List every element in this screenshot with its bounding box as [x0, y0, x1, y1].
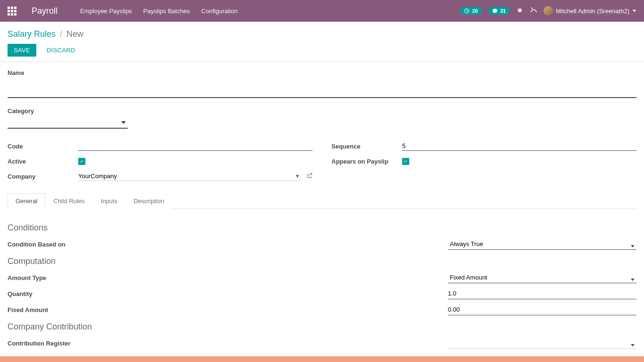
fixed-amount-label: Fixed Amount [8, 306, 48, 313]
right-column: Sequence Appears on Payslip [331, 140, 636, 185]
company-input[interactable] [78, 173, 293, 180]
bottom-bar [0, 356, 644, 362]
chat-icon [492, 8, 498, 14]
sequence-field: Sequence [331, 140, 636, 152]
quantity-label: Quantity [8, 290, 33, 297]
amount-type-select[interactable] [448, 272, 636, 283]
active-checkbox[interactable] [78, 158, 85, 165]
save-button[interactable]: Save [8, 44, 36, 57]
section-conditions: Conditions [8, 223, 636, 233]
condition-based-on-select[interactable] [448, 239, 636, 250]
category-label: Category [8, 107, 636, 115]
form-sheet: Name Category Code Active Company [0, 62, 644, 362]
tab-inputs[interactable]: Inputs [93, 193, 125, 209]
discard-button[interactable]: Discard [41, 44, 81, 56]
chevron-down-icon[interactable]: ▼ [295, 173, 300, 179]
code-label: Code [8, 143, 78, 150]
category-field-block: Category [8, 107, 636, 129]
sequence-input[interactable] [402, 141, 636, 151]
notebook: General Child Rules Inputs Description C… [8, 193, 636, 361]
navbar: Payroll Employee Payslips Payslips Batch… [0, 0, 644, 22]
name-input[interactable] [8, 80, 636, 98]
fixed-amount-field: Fixed Amount [8, 303, 636, 316]
breadcrumb-current: New [66, 29, 83, 39]
code-field: Code [8, 140, 313, 152]
amount-type-field: Amount Type [8, 271, 636, 284]
sequence-label: Sequence [331, 143, 402, 150]
tabs: General Child Rules Inputs Description [8, 193, 636, 209]
name-label: Name [8, 69, 636, 76]
apps-icon[interactable] [8, 7, 17, 16]
nav-menu-employee-payslips[interactable]: Employee Payslips [80, 8, 132, 15]
left-column: Code Active Company ▼ [8, 140, 313, 185]
quantity-field: Quantity [8, 287, 636, 300]
company-select[interactable]: ▼ [78, 172, 302, 181]
category-dropdown[interactable] [8, 116, 128, 129]
code-input[interactable] [78, 141, 313, 151]
appears-on-payslip-checkbox[interactable] [402, 158, 409, 165]
contribution-register-field: Contribution Register [8, 337, 636, 350]
contribution-register-label: Contribution Register [8, 340, 71, 347]
amount-type-input[interactable] [448, 272, 636, 283]
breadcrumb-parent[interactable]: Salary Rules [8, 29, 56, 39]
chevron-down-icon [631, 341, 635, 348]
app-brand[interactable]: Payroll [32, 6, 58, 16]
section-computation: Computation [8, 256, 636, 266]
tab-general[interactable]: General [8, 193, 45, 209]
check-icon [403, 159, 408, 164]
activity-badge[interactable]: 20 [460, 7, 481, 15]
messages-badge[interactable]: 31 [488, 7, 510, 15]
chevron-down-icon [631, 242, 635, 249]
chevron-down-icon [631, 275, 635, 282]
quantity-input[interactable] [448, 288, 636, 299]
bug-icon[interactable] [516, 7, 523, 15]
two-column-fields: Code Active Company ▼ [8, 140, 636, 185]
appears-on-payslip-field: Appears on Payslip [331, 155, 636, 167]
condition-based-on-label: Condition Based on [8, 241, 66, 248]
chevron-down-icon [632, 9, 636, 13]
external-link-icon[interactable] [306, 173, 313, 180]
nav-menu-configuration[interactable]: Configuration [201, 8, 238, 15]
tab-description[interactable]: Description [125, 193, 172, 209]
nav-menu: Employee Payslips Payslips Batches Confi… [80, 8, 238, 15]
user-menu[interactable]: Mitchell Admin (Sreenath2) [544, 6, 636, 16]
user-name: Mitchell Admin (Sreenath2) [556, 8, 629, 15]
clock-icon [464, 8, 470, 14]
contribution-register-select[interactable] [448, 337, 636, 349]
condition-based-on-field: Condition Based on [8, 238, 636, 251]
fixed-amount-input[interactable] [448, 304, 636, 315]
tab-child-rules[interactable]: Child Rules [45, 193, 92, 209]
control-panel: Salary Rules / New Save Discard [0, 22, 644, 62]
message-count: 31 [500, 8, 506, 14]
check-icon [79, 159, 84, 164]
active-field: Active [8, 155, 313, 167]
condition-based-on-input[interactable] [448, 239, 636, 249]
button-row: Save Discard [8, 44, 636, 57]
breadcrumb-separator: / [60, 29, 62, 39]
amount-type-label: Amount Type [8, 274, 46, 281]
avatar [544, 6, 553, 16]
company-label: Company [8, 173, 78, 180]
breadcrumb: Salary Rules / New [8, 29, 636, 39]
appears-on-payslip-label: Appears on Payslip [331, 158, 402, 165]
active-label: Active [8, 158, 78, 165]
tools-icon[interactable] [530, 7, 537, 15]
category-input[interactable] [8, 116, 128, 129]
section-company-contribution: Company Contribution [8, 322, 636, 332]
nav-menu-payslips-batches[interactable]: Payslips Batches [143, 8, 190, 15]
tab-pane-general: Conditions Condition Based on Computatio… [8, 209, 636, 361]
navbar-left: Payroll Employee Payslips Payslips Batch… [8, 6, 460, 16]
activity-count: 20 [472, 8, 478, 14]
name-field-block: Name [8, 69, 636, 98]
contribution-register-input[interactable] [448, 337, 636, 348]
navbar-right: 20 31 Mitchell Admin (Sreenath2) [460, 6, 636, 16]
company-field: Company ▼ [8, 170, 313, 182]
